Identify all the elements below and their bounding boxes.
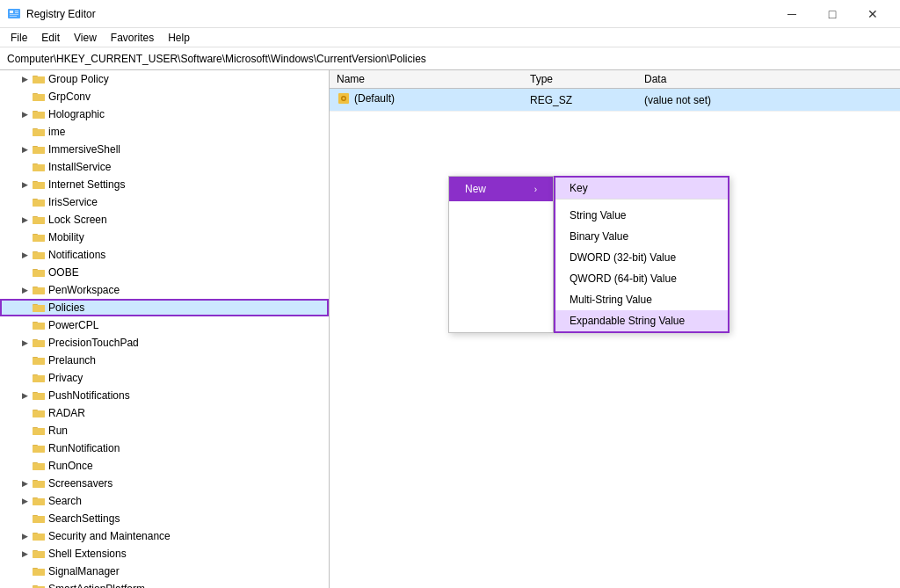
svg-rect-14 [33,112,45,119]
window-title: Registry Editor [26,8,772,20]
menu-edit[interactable]: Edit [34,30,67,46]
svg-rect-44 [33,287,45,294]
tree-item-powercpl[interactable]: PowerCPL [0,316,329,334]
tree-item-smart-action-platform[interactable]: SmartActionPlatform [0,580,329,588]
tree-label: RADAR [48,407,85,419]
registry-table: Name Type Data [330,70,900,112]
table-row[interactable]: (Default) REG_SZ (value not set) [330,89,900,112]
tree-item-ime[interactable]: ime [0,123,329,141]
tree-item-policies[interactable]: Policies [0,299,329,316]
svg-rect-32 [33,217,45,224]
menu-bar: File Edit View Favorites Help [0,28,900,47]
svg-rect-3 [15,12,18,13]
context-menu-parent: New › [448,176,554,333]
maximize-button[interactable]: □ [812,0,853,28]
expand-arrow [18,178,32,192]
folder-icon [32,388,46,403]
tree-item-notifications[interactable]: Notifications [0,246,329,264]
expand-arrow [18,72,32,86]
column-name[interactable]: Name [330,70,523,89]
tree-item-grpconv[interactable]: GrpConv [0,88,329,105]
svg-point-104 [343,98,345,100]
reg-value-icon [337,91,351,105]
tree-item-privacy[interactable]: Privacy [0,369,329,387]
tree-item-iris-service[interactable]: IrisService [0,193,329,211]
svg-rect-59 [33,375,45,382]
expand-arrow [18,107,32,121]
default-value-label: (Default) [354,92,395,105]
close-button[interactable]: ✕ [853,0,893,28]
tree-item-group-policy[interactable]: Group Policy [0,70,329,88]
tree-item-search-settings[interactable]: SearchSettings [0,510,329,527]
tree-item-pen-workspace[interactable]: PenWorkspace [0,281,329,299]
tree-item-immersive-shell[interactable]: ImmersiveShell [0,141,329,158]
folder-icon [32,90,46,104]
tree-label: PushNotifications [48,389,130,402]
cell-name: (Default) [330,89,523,112]
tree-item-shell-extensions[interactable]: Shell Extensions [0,545,329,563]
submenu-item-multi-string-value[interactable]: Multi-String Value [555,289,728,310]
tree-label: Internet Settings [48,178,125,191]
tree-item-run-notification[interactable]: RunNotification [0,439,329,457]
submenu-item-qword-value[interactable]: QWORD (64-bit) Value [555,268,728,289]
folder-icon [32,529,46,543]
tree-label: OOBE [48,266,79,279]
tree-label: Group Policy [48,73,109,85]
tree-label: Security and Maintenance [48,530,171,542]
svg-rect-65 [33,410,45,417]
submenu-label: Expandable String Value [570,315,685,327]
tree-panel[interactable]: Group Policy GrpConv Holographic ime [0,70,330,588]
submenu-item-expandable-string-value[interactable]: Expandable String Value [555,310,728,331]
tree-item-run-once[interactable]: RunOnce [0,457,329,475]
tree-item-signal-manager[interactable]: SignalManager [0,563,329,580]
tree-item-search[interactable]: Search [0,492,329,510]
submenu-item-string-value[interactable]: String Value [555,205,728,226]
tree-item-screensavers[interactable]: Screensavers [0,475,329,492]
tree-label: Prelaunch [48,354,96,367]
submenu-item-key[interactable]: Key [555,178,728,200]
tree-label: ime [48,126,65,138]
menu-favorites[interactable]: Favorites [104,30,161,46]
tree-item-mobility[interactable]: Mobility [0,229,329,246]
expand-arrow [18,283,32,297]
tree-item-oobe[interactable]: OOBE [0,264,329,281]
tree-item-security-maintenance[interactable]: Security and Maintenance [0,527,329,545]
tree-item-precision-touchpad[interactable]: PrecisionTouchPad [0,334,329,352]
expand-arrow [18,529,32,543]
address-bar: Computer\HKEY_CURRENT_USER\Software\Micr… [0,47,900,70]
right-panel: Name Type Data [330,70,900,588]
folder-icon [32,160,46,174]
tree-item-run[interactable]: Run [0,422,329,439]
submenu-item-dword-value[interactable]: DWORD (32-bit) Value [555,247,728,268]
context-menu-new-item[interactable]: New › [449,177,553,201]
tree-item-install-service[interactable]: InstallService [0,158,329,176]
svg-rect-50 [33,323,45,330]
tree-item-prelaunch[interactable]: Prelaunch [0,352,329,369]
context-menu-container: New › Key String Value Binary Value DWO [448,176,729,333]
tree-item-holographic[interactable]: Holographic [0,105,329,123]
column-type[interactable]: Type [523,70,637,89]
tree-item-internet-settings[interactable]: Internet Settings [0,176,329,193]
folder-icon [32,107,46,121]
submenu-item-binary-value[interactable]: Binary Value [555,226,728,247]
tree-label: SmartActionPlatform [48,583,145,588]
minimize-button[interactable]: ─ [772,0,812,28]
folder-icon [32,353,46,367]
tree-item-push-notifications[interactable]: PushNotifications [0,387,329,404]
svg-rect-29 [33,200,45,207]
svg-rect-80 [33,498,45,505]
svg-rect-47 [33,305,45,312]
tree-label: SearchSettings [48,512,120,525]
tree-item-radar[interactable]: RADAR [0,404,329,422]
menu-file[interactable]: File [4,30,34,46]
menu-help[interactable]: Help [161,30,197,46]
svg-rect-17 [33,129,45,136]
tree-item-lock-screen[interactable]: Lock Screen [0,211,329,229]
context-menu-new-label: New [465,183,486,195]
folder-icon [32,512,46,526]
tree-label: PenWorkspace [48,284,120,296]
column-data[interactable]: Data [637,70,900,89]
folder-icon [32,248,46,262]
svg-rect-26 [33,182,45,189]
menu-view[interactable]: View [67,30,104,46]
